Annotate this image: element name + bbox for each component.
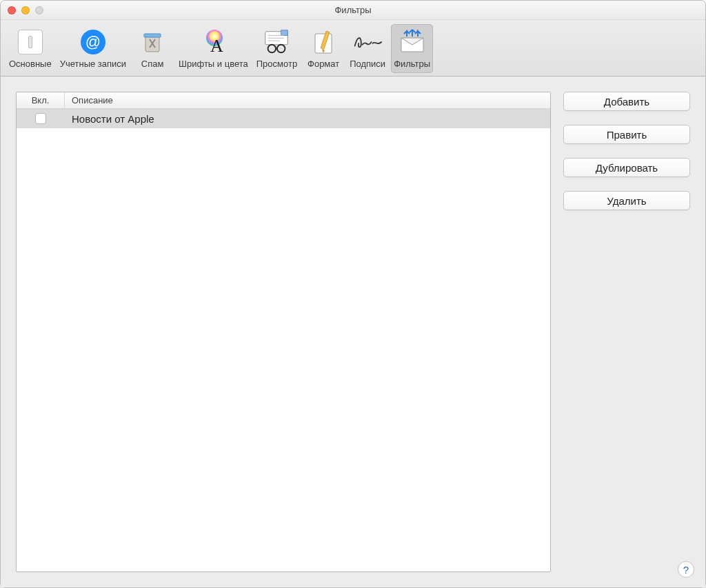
tab-rules[interactable]: Фильтры — [391, 24, 433, 73]
signatures-icon — [352, 27, 383, 57]
tab-label: Подписи — [350, 59, 385, 69]
svg-rect-3 — [144, 34, 161, 37]
composing-icon — [308, 27, 339, 57]
help-icon: ? — [683, 564, 689, 576]
window-controls — [8, 1, 43, 19]
tab-accounts[interactable]: @ Учетные записи — [57, 24, 129, 73]
tab-general[interactable]: Основные — [6, 24, 54, 73]
rules-icon — [397, 27, 427, 57]
tab-label: Учетные записи — [60, 59, 126, 69]
tab-fonts-colors[interactable]: A Шрифты и цвета — [176, 24, 251, 73]
minimize-icon[interactable] — [21, 6, 30, 14]
cell-description: Новости от Apple — [65, 113, 550, 125]
svg-point-13 — [268, 45, 276, 52]
window-title: Фильтры — [334, 5, 371, 15]
tab-label: Спам — [141, 59, 164, 69]
rules-list-header: Вкл. Описание — [17, 92, 550, 109]
edit-button[interactable]: Править — [563, 125, 690, 144]
svg-text:A: A — [210, 36, 223, 56]
tab-composing[interactable]: Формат — [303, 24, 344, 73]
preferences-toolbar: Основные @ Учетные записи Спам — [1, 20, 705, 77]
accounts-icon: @ — [78, 27, 108, 57]
tab-label: Основные — [9, 59, 52, 69]
tab-viewing[interactable]: Просмотр — [254, 24, 300, 73]
content-area: Вкл. Описание Новости от Apple Добавить … — [1, 77, 705, 587]
tab-signatures[interactable]: Подписи — [347, 24, 388, 73]
table-row[interactable]: Новости от Apple — [17, 109, 550, 128]
preferences-window: Фильтры Основные @ Учетные записи — [0, 0, 706, 588]
column-header-enabled[interactable]: Вкл. — [17, 92, 65, 108]
fonts-colors-icon: A — [198, 27, 228, 57]
delete-button[interactable]: Удалить — [563, 191, 690, 210]
help-button[interactable]: ? — [678, 561, 694, 578]
titlebar[interactable]: Фильтры — [1, 1, 705, 20]
svg-text:@: @ — [85, 33, 101, 50]
rules-side-buttons: Добавить Править Дублировать Удалить — [563, 92, 690, 572]
close-icon[interactable] — [8, 6, 16, 14]
add-button[interactable]: Добавить — [563, 92, 690, 111]
zoom-icon[interactable] — [35, 6, 43, 14]
duplicate-button[interactable]: Дублировать — [563, 158, 690, 177]
column-header-description[interactable]: Описание — [65, 92, 550, 108]
rules-list: Вкл. Описание Новости от Apple — [16, 92, 551, 572]
tab-label: Формат — [307, 59, 339, 69]
tab-label: Шрифты и цвета — [179, 59, 248, 69]
general-icon — [15, 27, 46, 57]
viewing-icon — [261, 27, 292, 57]
junk-icon — [137, 27, 168, 57]
tab-label: Фильтры — [394, 59, 430, 69]
rules-list-body[interactable]: Новости от Apple — [17, 109, 550, 571]
cell-enabled — [17, 113, 65, 124]
tab-label: Просмотр — [256, 59, 297, 69]
svg-point-14 — [277, 45, 285, 52]
svg-rect-9 — [281, 30, 288, 36]
rule-enabled-checkbox[interactable] — [35, 113, 46, 124]
tab-junk[interactable]: Спам — [132, 24, 173, 73]
